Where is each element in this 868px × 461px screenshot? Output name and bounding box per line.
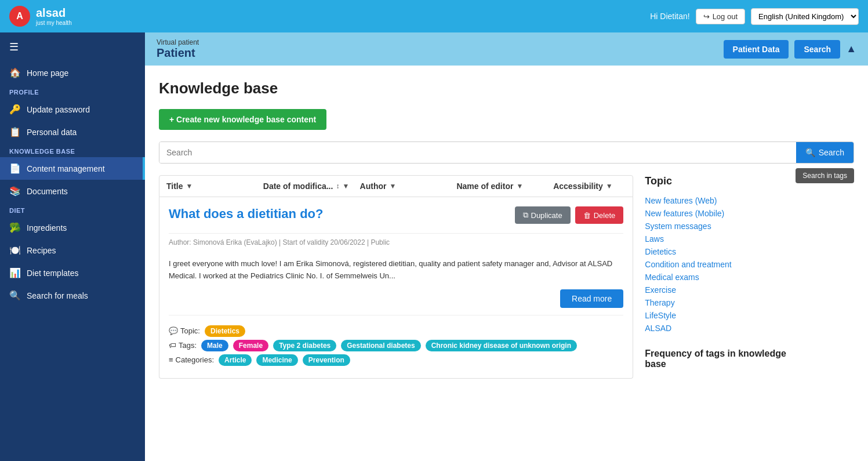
sidebar-item-diet-templates[interactable]: 📊 Diet templates <box>0 262 145 284</box>
topic-badge[interactable]: Dietetics <box>205 325 245 337</box>
editor-filter-icon[interactable]: ▼ <box>516 182 523 190</box>
sidebar-item-label-diet-templates: Diet templates <box>27 268 78 278</box>
sidebar-item-personal-data[interactable]: 📋 Personal data <box>0 121 145 143</box>
logo-text: alsad just my health <box>36 6 72 26</box>
cat-prevention[interactable]: Prevention <box>303 354 350 366</box>
language-select[interactable]: English (United Kingdom) <box>751 8 859 25</box>
page-title: Patient <box>157 46 199 60</box>
table-header: Title ▼ Date of modifica... ↕ ▼ Author ▼ <box>159 175 633 197</box>
sidebar-item-content-management[interactable]: 📄 Content management <box>0 157 145 180</box>
cat-article[interactable]: Article <box>219 354 252 366</box>
search-tags-button[interactable]: Search in tags <box>796 168 854 183</box>
search-input[interactable] <box>159 142 796 163</box>
cat-medicine[interactable]: Medicine <box>256 354 297 366</box>
subheader-left: Virtual patient Patient <box>157 38 199 60</box>
topic-link-dietetics[interactable]: Dietetics <box>645 245 796 258</box>
tag-female[interactable]: Female <box>233 340 268 351</box>
article-title[interactable]: What does a dietitian do? <box>169 206 323 222</box>
top-nav-right: Hi Dietitan! ↪ Log out English (United K… <box>650 8 859 25</box>
duplicate-button[interactable]: ⧉ Duplicate <box>515 206 571 224</box>
read-more-button[interactable]: Read more <box>560 289 623 308</box>
diet-templates-icon: 📊 <box>9 267 21 278</box>
th-access: Accessibility ▼ <box>553 182 626 191</box>
tag-gestational-diabetes[interactable]: Gestational diabetes <box>341 340 420 351</box>
date-filter-icon[interactable]: ↕ <box>336 182 339 190</box>
ingredients-icon: 🥦 <box>9 222 21 233</box>
section-diet: DIET <box>0 202 145 216</box>
title-header-label: Title <box>166 182 183 191</box>
logo-area: A alsad just my health <box>9 6 72 27</box>
topic-link-medical-exams[interactable]: Medical exams <box>645 271 796 284</box>
topic-link-lifestyle[interactable]: LifeStyle <box>645 309 796 322</box>
tag-kidney-disease[interactable]: Chronic kidney disease of unknown origin <box>426 340 577 351</box>
article-body: I greet everyone with much love! I am Er… <box>169 258 623 282</box>
greeting-text: Hi Dietitan! <box>650 12 689 21</box>
article-footer: 💬 Topic: Dietetics 🏷 Tags: Male <box>169 315 623 366</box>
tagline: just my health <box>36 20 72 26</box>
date-sort-icon[interactable]: ▼ <box>342 182 349 190</box>
tags-label: 🏷 Tags: <box>169 341 197 350</box>
topic-link-therapy[interactable]: Therapy <box>645 296 796 309</box>
topic-link-system-messages[interactable]: System messages <box>645 220 796 233</box>
content-icon: 📄 <box>9 163 21 174</box>
tag-male[interactable]: Male <box>201 340 228 351</box>
search-btn-label: Search <box>819 148 844 157</box>
logout-label: Log out <box>713 12 738 21</box>
duplicate-label: Duplicate <box>531 211 562 220</box>
topic-link-new-features-mobile[interactable]: New features (Mobile) <box>645 207 796 220</box>
date-header-label: Date of modifica... <box>263 182 333 191</box>
collapse-button[interactable]: ▲ <box>846 43 856 55</box>
th-editor: Name of editor ▼ <box>456 182 553 191</box>
logo-icon: A <box>9 6 30 27</box>
sidebar-item-documents[interactable]: 📚 Documents <box>0 180 145 202</box>
menu-icon[interactable]: ☰ <box>0 32 145 61</box>
virtual-label: Virtual patient <box>157 38 199 46</box>
freq-section: Frequency of tags in knowledge base <box>645 349 796 369</box>
author-filter-icon[interactable]: ▼ <box>389 182 396 190</box>
logout-icon: ↪ <box>703 12 710 21</box>
logout-button[interactable]: ↪ Log out <box>696 9 745 24</box>
content-area: Title ▼ Date of modifica... ↕ ▼ Author ▼ <box>159 175 796 383</box>
articles-section: Title ▼ Date of modifica... ↕ ▼ Author ▼ <box>159 175 633 383</box>
article-meta: Author: Simonová Erika (EvaLajko) | Star… <box>169 233 623 251</box>
access-filter-icon[interactable]: ▼ <box>606 182 613 190</box>
header-search-button[interactable]: Search <box>794 40 840 59</box>
editor-header-label: Name of editor <box>456 182 513 191</box>
search-icon: 🔍 <box>805 148 815 157</box>
access-header-label: Accessibility <box>553 182 603 191</box>
topic-link-alsad[interactable]: ALSAD <box>645 322 796 335</box>
tags-label-text: Tags: <box>179 341 197 350</box>
topic-link-new-features-web[interactable]: New features (Web) <box>645 194 796 207</box>
section-knowledge-base: KNOWLEDGE BASE <box>0 143 145 157</box>
sidebar-item-label-documents: Documents <box>27 187 68 196</box>
categories-label-text: Categories: <box>176 355 214 364</box>
delete-button[interactable]: 🗑 Delete <box>575 206 624 224</box>
article-actions: ⧉ Duplicate 🗑 Delete <box>515 206 624 224</box>
topic-link-laws[interactable]: Laws <box>645 233 796 245</box>
topic-label-text: Topic: <box>180 326 200 335</box>
tag-icon: 🏷 <box>169 341 176 350</box>
sidebar-item-update-password[interactable]: 🔑 Update password <box>0 98 145 121</box>
delete-icon: 🗑 <box>583 211 591 220</box>
sidebar: ☰ 🏠 Home page PROFILE 🔑 Update password … <box>0 32 145 461</box>
search-button[interactable]: 🔍 Search <box>796 142 854 163</box>
category-icon: ≡ <box>169 355 173 364</box>
title-filter-icon[interactable]: ▼ <box>186 182 193 190</box>
sidebar-item-search-meals[interactable]: 🔍 Search for meals <box>0 284 145 307</box>
search-meals-icon: 🔍 <box>9 290 21 301</box>
topic-link-condition-treatment[interactable]: Condition and treatment <box>645 258 796 271</box>
duplicate-icon: ⧉ <box>523 210 528 220</box>
create-content-button[interactable]: + Create new knowledge base content <box>159 109 326 130</box>
sidebar-item-label-home: Home page <box>27 68 68 78</box>
patient-data-button[interactable]: Patient Data <box>724 40 789 59</box>
sidebar-item-recipes[interactable]: 🍽️ Recipes <box>0 239 145 262</box>
recipes-icon: 🍽️ <box>9 245 21 256</box>
subheader: Virtual patient Patient Patient Data Sea… <box>145 32 868 66</box>
th-author: Author ▼ <box>360 182 457 191</box>
categories-row: ≡ Categories: Article Medicine Preventio… <box>169 354 623 366</box>
sidebar-item-home[interactable]: 🏠 Home page <box>0 61 145 84</box>
sidebar-item-ingredients[interactable]: 🥦 Ingredients <box>0 216 145 239</box>
bubble-icon: 💬 <box>169 326 178 335</box>
tag-type2-diabetes[interactable]: Type 2 diabetes <box>273 340 336 351</box>
topic-link-exercise[interactable]: Exercise <box>645 284 796 296</box>
